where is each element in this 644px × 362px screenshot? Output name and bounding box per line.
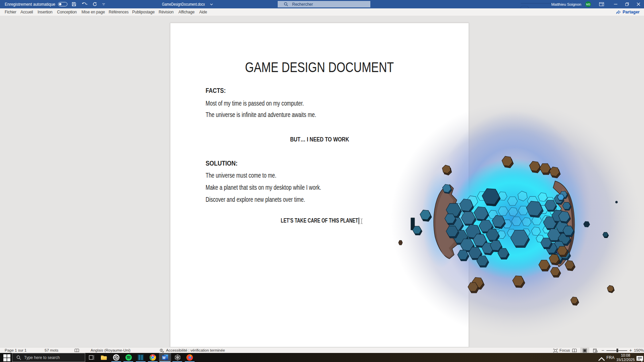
svg-text:W: W <box>162 356 166 360</box>
